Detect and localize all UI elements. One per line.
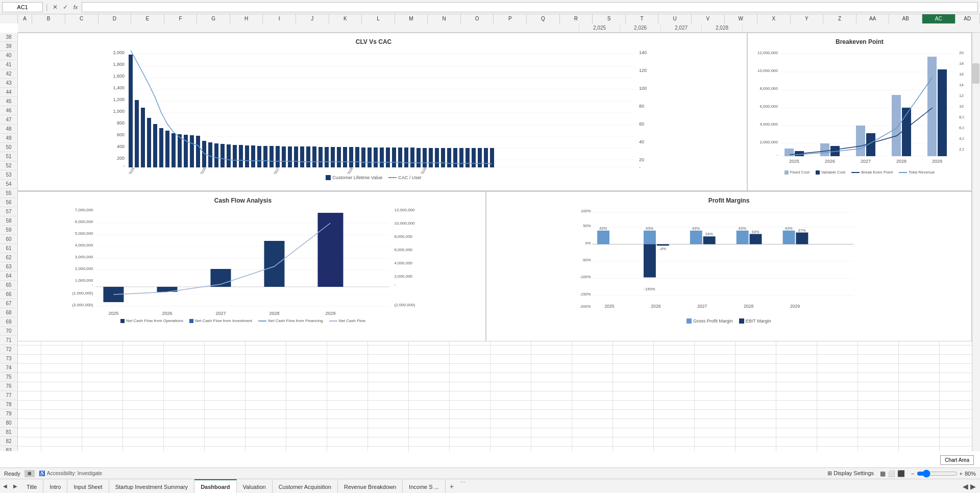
cashflow-chart[interactable]: Cash Flow Analysis 7,000,000 6,000,000 5… (0, 191, 486, 341)
col-header-X[interactable]: X (757, 14, 791, 23)
row-41: 41 (0, 60, 17, 69)
svg-rect-183 (597, 231, 609, 244)
row-52: 52 (0, 161, 17, 170)
col-header-Z[interactable]: Z (823, 14, 856, 23)
col-header-C[interactable]: C (65, 14, 99, 23)
svg-rect-48 (239, 145, 243, 167)
row-56: 56 (0, 198, 17, 207)
svg-text:2026: 2026 (825, 159, 835, 164)
svg-rect-35 (159, 128, 163, 167)
col-header-S[interactable]: S (593, 14, 626, 23)
svg-text:2027: 2027 (215, 311, 226, 316)
col-header-AC[interactable]: AC (922, 14, 955, 23)
col-header-B[interactable]: B (32, 14, 65, 23)
svg-text:2025: 2025 (128, 166, 135, 174)
corner-cell (0, 14, 18, 23)
legend-cfops-color (120, 319, 125, 323)
col-header-O[interactable]: O (461, 14, 494, 23)
svg-rect-50 (251, 145, 255, 167)
col-header-F[interactable]: F (164, 14, 198, 23)
row-53: 53 (0, 170, 17, 180)
svg-rect-185 (644, 231, 656, 244)
svg-text:1,400: 1,400 (113, 85, 125, 90)
svg-text:1,200: 1,200 (113, 97, 125, 102)
svg-rect-74 (398, 147, 402, 167)
svg-rect-126 (902, 108, 911, 156)
col-header-J[interactable]: J (296, 14, 329, 23)
scrollbar-thumb[interactable] (972, 63, 979, 84)
row-47: 47 (0, 115, 17, 125)
row-78: 78 (0, 400, 17, 409)
bottom-charts-row: Cash Flow Analysis 7,000,000 6,000,000 5… (0, 191, 972, 341)
svg-rect-30 (129, 55, 133, 167)
row-45: 45 (0, 97, 17, 106)
col-header-W[interactable]: W (725, 14, 758, 23)
clv-cac-chart[interactable]: CLV Vs CAC 2,000 1,800 1,600 1,400 1,200… (0, 33, 747, 191)
confirm-formula-icon[interactable]: ✓ (61, 3, 69, 11)
svg-text:2025: 2025 (789, 159, 799, 164)
col-header-A[interactable]: A (18, 14, 32, 23)
col-header-I[interactable]: I (263, 14, 296, 23)
row-58: 58 (0, 216, 17, 226)
svg-text:43%: 43% (599, 226, 607, 231)
svg-rect-86 (472, 148, 476, 167)
svg-text:-: - (123, 163, 125, 168)
col-header-AB[interactable]: AB (889, 14, 922, 23)
formula-bar: AC1 | ✕ ✓ fx (0, 0, 980, 14)
col-header-U[interactable]: U (658, 14, 692, 23)
legend-cf-ops: Net Cash Flow from Operations (120, 318, 183, 323)
col-header-Q[interactable]: Q (527, 14, 560, 23)
svg-text:6,000,000: 6,000,000 (75, 219, 93, 224)
legend-cac: CAC / User (388, 175, 422, 180)
col-header-D[interactable]: D (99, 14, 132, 23)
row-77: 77 (0, 391, 17, 400)
col-header-Y[interactable]: Y (791, 14, 824, 23)
svg-rect-36 (165, 131, 169, 167)
svg-text:2029: 2029 (420, 166, 427, 174)
svg-text:37%: 37% (798, 228, 805, 233)
svg-rect-34 (153, 124, 157, 167)
vertical-scrollbar[interactable] (972, 33, 980, 451)
cancel-formula-icon[interactable]: ✕ (51, 3, 59, 11)
row-51: 51 (0, 152, 17, 161)
breakeven-chart[interactable]: Breakeven Point 12,000,000 10,000,000 8,… (747, 33, 972, 191)
col-header-G[interactable]: G (197, 14, 230, 23)
col-header-R[interactable]: R (560, 14, 593, 23)
cashflow-legend: Net Cash Flow from Operations Net Cash F… (3, 317, 483, 325)
col-header-V[interactable]: V (692, 14, 725, 23)
svg-rect-195 (737, 231, 749, 244)
svg-rect-44 (214, 143, 218, 167)
legend-netcf-label: Net Cash Flow (339, 318, 365, 323)
svg-text:(1,000,000): (1,000,000) (72, 291, 93, 295)
col-header-K[interactable]: K (329, 14, 362, 23)
svg-rect-87 (478, 148, 482, 167)
svg-text:8,0: 8,0 (959, 115, 964, 119)
svg-rect-62 (325, 147, 329, 167)
svg-text:2,000,000: 2,000,000 (75, 266, 93, 271)
col-header-E[interactable]: E (131, 14, 164, 23)
legend-netcf-color (329, 321, 337, 322)
svg-text:2026: 2026 (162, 311, 172, 316)
svg-rect-38 (178, 134, 182, 167)
col-header-P[interactable]: P (494, 14, 527, 23)
svg-rect-53 (270, 146, 274, 167)
legend-tr-color (899, 172, 907, 173)
formula-input[interactable] (82, 2, 978, 12)
col-header-L[interactable]: L (362, 14, 395, 23)
col-header-AA[interactable]: AA (856, 14, 890, 23)
svg-rect-59 (306, 146, 310, 167)
row-72: 72 (0, 345, 17, 354)
profit-margins-chart[interactable]: Profit Margins 100% 50% 0% -50% -100% -1… (486, 191, 972, 341)
svg-text:0%: 0% (585, 241, 591, 245)
legend-gross-margin: Gross Profit Margin (687, 318, 733, 324)
breakeven-title: Breakeven Point (750, 35, 969, 46)
col-header-N[interactable]: N (428, 14, 461, 23)
col-header-H[interactable]: H (230, 14, 263, 23)
svg-rect-57 (294, 146, 298, 167)
svg-rect-127 (927, 57, 937, 156)
col-header-M[interactable]: M (395, 14, 428, 23)
name-box[interactable]: AC1 (2, 2, 43, 12)
col-header-T[interactable]: T (626, 14, 659, 23)
legend-cfinvest-label: Net Cash Flow from Investment (195, 318, 252, 323)
col-header-AD[interactable]: AD (955, 14, 980, 23)
